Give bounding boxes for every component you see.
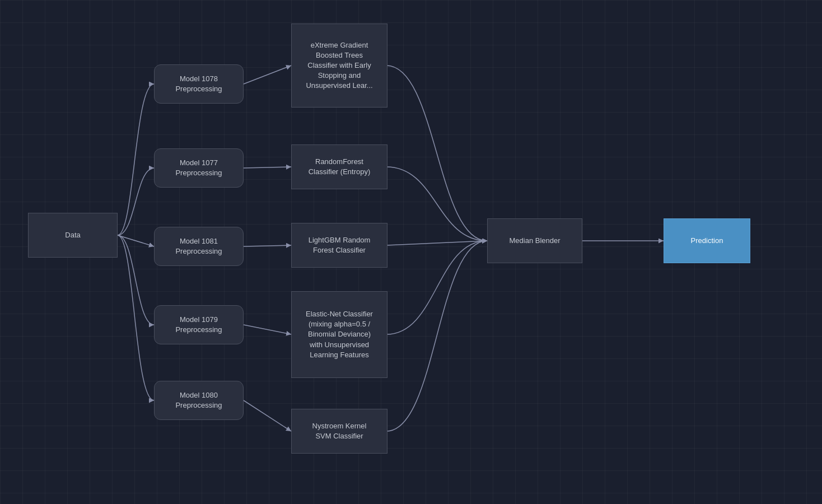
rf-node[interactable]: RandomForestClassifier (Entropy) [291, 144, 387, 189]
model-1079-label: Model 1079Preprocessing [175, 315, 222, 335]
blender-label: Median Blender [509, 236, 560, 246]
model-1077-node[interactable]: Model 1077Preprocessing [154, 148, 244, 188]
nystroem-node[interactable]: Nystroem KernelSVM Classifier [291, 409, 387, 454]
data-node[interactable]: Data [28, 213, 118, 258]
model-1080-node[interactable]: Model 1080Preprocessing [154, 381, 244, 420]
xgb-node[interactable]: eXtreme GradientBoosted TreesClassifier … [291, 24, 387, 108]
rf-label: RandomForestClassifier (Entropy) [309, 157, 371, 177]
pipeline-canvas: Data Model 1078Preprocessing Model 1077P… [0, 0, 822, 504]
model-1078-label: Model 1078Preprocessing [175, 74, 222, 94]
xgb-label: eXtreme GradientBoosted TreesClassifier … [306, 40, 372, 91]
model-1081-node[interactable]: Model 1081Preprocessing [154, 227, 244, 266]
nystroem-label: Nystroem KernelSVM Classifier [312, 421, 367, 441]
prediction-label: Prediction [691, 236, 723, 246]
blender-node[interactable]: Median Blender [487, 218, 582, 263]
lgbm-node[interactable]: LightGBM RandomForest Classifier [291, 223, 387, 268]
data-node-label: Data [65, 230, 80, 240]
model-1078-node[interactable]: Model 1078Preprocessing [154, 64, 244, 104]
elastic-label: Elastic-Net Classifier(mixing alpha=0.5 … [306, 309, 373, 360]
prediction-node[interactable]: Prediction [664, 218, 750, 263]
model-1080-label: Model 1080Preprocessing [175, 390, 222, 410]
model-1081-label: Model 1081Preprocessing [175, 236, 222, 256]
lgbm-label: LightGBM RandomForest Classifier [309, 235, 371, 255]
model-1077-label: Model 1077Preprocessing [175, 158, 222, 178]
model-1079-node[interactable]: Model 1079Preprocessing [154, 305, 244, 344]
elastic-node[interactable]: Elastic-Net Classifier(mixing alpha=0.5 … [291, 291, 387, 378]
